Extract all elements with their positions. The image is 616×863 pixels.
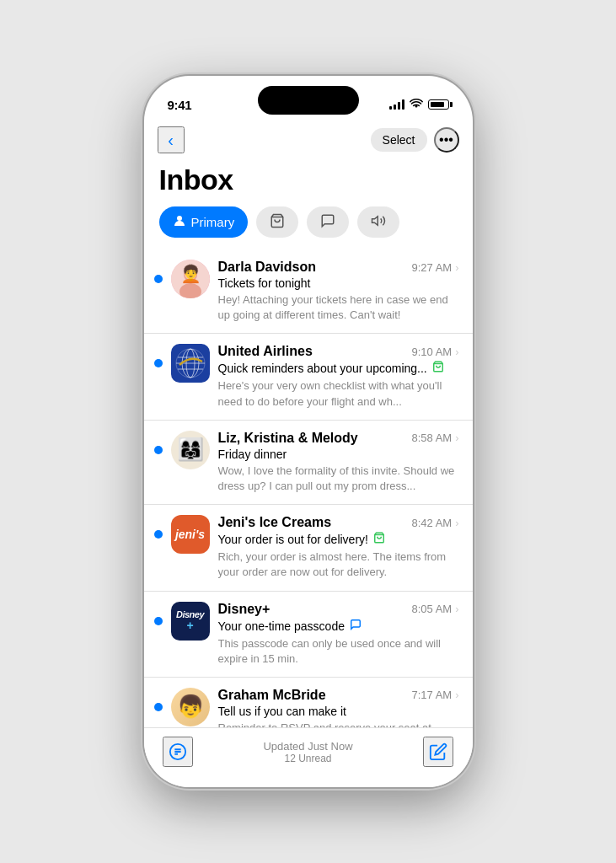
tab-shopping[interactable] [256,206,298,238]
bottom-toolbar: Updated Just Now 12 Unread [144,727,473,787]
svg-point-0 [177,216,182,221]
email-preview: Rich, your order is almost here. The ite… [218,549,459,580]
email-content: Disney+ 8:05 AM › Your one-time passcode… [218,602,459,667]
email-header: Liz, Kristina & Melody 8:58 AM › [218,431,459,446]
sender-name: Graham McBride [218,688,326,703]
compose-button[interactable] [423,737,453,767]
tab-promotions[interactable] [357,206,399,238]
sender-name: United Airlines [218,344,313,359]
sender-name: Liz, Kristina & Melody [218,431,358,446]
unread-dot [154,617,163,625]
email-subject: Friday dinner [218,448,287,461]
email-content: Jeni's Ice Creams 8:42 AM › Your order i… [218,515,459,580]
list-item[interactable]: Disney + Disney+ 8:05 AM › Your one-time… [144,592,473,678]
page-title: Inbox [144,160,473,206]
sender-name: Darla Davidson [218,260,316,275]
filter-button[interactable] [163,737,193,767]
status-time: 9:41 [168,98,192,112]
signal-icon [389,99,404,110]
email-subject-row: Your order is out for delivery! [218,532,459,547]
email-subject-row: Your one-time passcode [218,619,459,634]
avatar: 👦 [171,688,210,726]
email-content: Graham McBride 7:17 AM › Tell us if you … [218,688,459,727]
unread-dot [154,275,163,283]
nav-actions: Select ••• [371,127,459,153]
toolbar-center: Updated Just Now 12 Unread [263,740,352,764]
email-header: Darla Davidson 9:27 AM › [218,260,459,275]
svg-marker-2 [372,217,378,226]
person-icon [173,214,186,230]
email-preview: Hey! Attaching your tickets here in case… [218,292,459,323]
email-header: United Airlines 9:10 AM › [218,344,459,359]
email-header: Graham McBride 7:17 AM › [218,688,459,703]
email-time: 9:10 AM › [411,346,458,358]
email-subject-row: Tell us if you can make it [218,705,459,718]
filter-tabs: Primary [144,206,473,249]
cart-icon [270,213,285,231]
message-icon [320,213,335,231]
email-preview: Wow, I love the formality of this invite… [218,464,459,494]
status-icons [389,99,449,111]
list-item[interactable]: 🧑‍🦱 Darla Davidson 9:27 AM › Tickets for… [144,249,473,334]
unread-dot [154,446,163,454]
email-subject: Tickets for tonight [218,276,311,290]
tab-primary-label: Primary [191,215,235,229]
avatar: 👩‍👩‍👧 [171,431,210,469]
unread-dot [154,530,163,539]
svg-text:🧑‍🦱: 🧑‍🦱 [179,264,201,284]
email-time: 9:27 AM › [411,261,458,274]
unread-count-text: 12 Unread [263,753,352,764]
email-time: 8:05 AM › [411,603,458,615]
more-button[interactable]: ••• [434,127,459,153]
email-preview: Reminder to RSVP and reserve your seat a… [218,721,459,727]
cart-tag-icon [432,361,444,376]
dynamic-island [258,86,359,115]
bubble-tag-icon [350,619,362,634]
phone-frame: 9:41 ‹ [144,76,473,787]
updated-text: Updated Just Now [263,740,352,753]
email-content: United Airlines 9:10 AM › Quick reminder… [218,344,459,409]
tab-primary[interactable]: Primary [159,206,249,238]
sender-name: Disney+ [218,602,271,617]
email-subject-row: Friday dinner [218,448,459,461]
wifi-icon [410,99,423,111]
list-item[interactable]: jeni's Jeni's Ice Creams 8:42 AM › Your … [144,505,473,591]
avatar: Disney + [171,602,210,641]
mail-content: ‹ Select ••• Inbox Primary [144,121,473,787]
unread-dot [154,703,163,711]
email-subject: Quick reminders about your upcoming... [218,362,427,375]
email-content: Liz, Kristina & Melody 8:58 AM › Friday … [218,431,459,494]
email-subject: Your order is out for delivery! [218,533,368,546]
tab-social[interactable] [307,206,349,238]
email-subject-row: Tickets for tonight [218,276,459,290]
megaphone-icon [371,213,386,231]
email-subject-row: Quick reminders about your upcoming... [218,361,459,376]
avatar [171,344,210,383]
nav-bar: ‹ Select ••• [144,121,473,160]
email-header: Jeni's Ice Creams 8:42 AM › [218,515,459,530]
email-preview: This passcode can only be used once and … [218,636,459,667]
avatar: jeni's [171,515,210,554]
email-time: 7:17 AM › [411,689,458,701]
email-content: Darla Davidson 9:27 AM › Tickets for ton… [218,260,459,323]
email-header: Disney+ 8:05 AM › [218,602,459,617]
select-button[interactable]: Select [371,128,427,152]
avatar: 🧑‍🦱 [171,260,210,298]
battery-icon [428,99,449,110]
email-subject: Your one-time passcode [218,619,345,633]
email-time: 8:42 AM › [411,517,458,529]
cart-tag-icon [373,532,385,547]
sender-name: Jeni's Ice Creams [218,515,332,530]
list-item[interactable]: 👩‍👩‍👧 Liz, Kristina & Melody 8:58 AM › F… [144,421,473,505]
email-preview: Here's your very own checklist with what… [218,378,459,409]
back-button[interactable]: ‹ [158,126,185,153]
email-list: 🧑‍🦱 Darla Davidson 9:27 AM › Tickets for… [144,249,473,727]
unread-dot [154,359,163,367]
list-item[interactable]: United Airlines 9:10 AM › Quick reminder… [144,334,473,420]
list-item[interactable]: 👦 Graham McBride 7:17 AM › Tell us if yo… [144,678,473,727]
email-subject: Tell us if you can make it [218,705,347,718]
email-time: 8:58 AM › [411,432,458,444]
